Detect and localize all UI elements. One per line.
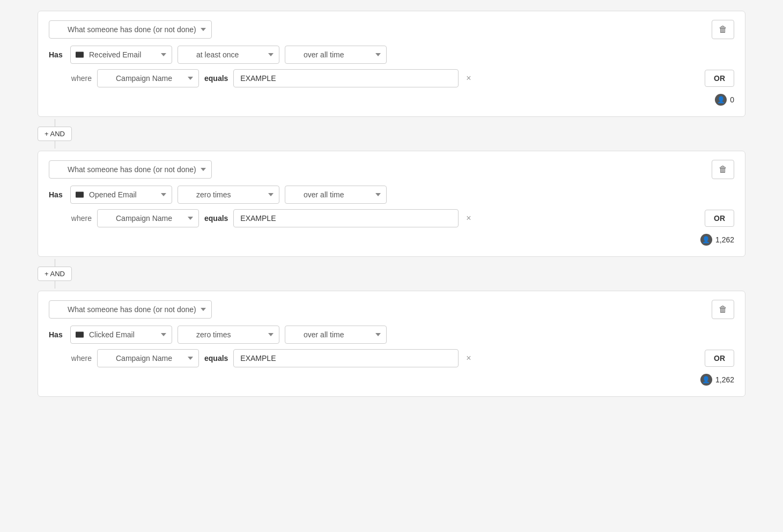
trash-icon-1: 🗑 [719, 25, 727, 34]
frequency-wrapper-3: at least once zero times exactly at leas… [178, 326, 279, 344]
top-dropdown-wrapper-3: What someone has done (or not done) What… [49, 300, 212, 319]
count-value-2: 1,262 [715, 235, 734, 244]
email-type-select-3[interactable]: Received Email Opened Email Clicked Emai… [70, 326, 172, 344]
top-row-1: What someone has done (or not done) What… [49, 20, 734, 39]
and-button-2[interactable]: + AND [38, 267, 72, 281]
timeframe-wrapper-2: over all time in the last between before… [285, 186, 387, 204]
condition-block-1: What someone has done (or not done) What… [38, 11, 745, 117]
property-wrapper-1: Campaign Name Campaign ID Subject Tag [97, 69, 199, 87]
connector-line-1b [55, 141, 55, 149]
user-icon-2: 👤 [700, 234, 712, 246]
top-dropdown-wrapper-1: What someone has done (or not done) What… [49, 20, 212, 39]
top-dropdown-1[interactable]: What someone has done (or not done) What… [49, 20, 212, 39]
and-button-1[interactable]: + AND [38, 127, 72, 141]
property-select-3[interactable]: Campaign Name Campaign ID Subject Tag [97, 349, 199, 367]
count-value-3: 1,262 [715, 375, 734, 384]
clear-value-3-button[interactable]: × [464, 353, 473, 363]
count-value-1: 0 [730, 95, 734, 104]
equals-label-3: equals [204, 354, 228, 363]
timeframe-select-2[interactable]: over all time in the last between before… [285, 186, 387, 204]
where-label-3: where [70, 354, 92, 363]
and-connector-2: + AND [38, 259, 745, 289]
property-wrapper-3: Campaign Name Campaign ID Subject Tag [97, 349, 199, 367]
property-select-1[interactable]: Campaign Name Campaign ID Subject Tag [97, 69, 199, 87]
has-label-2: Has [49, 190, 65, 199]
frequency-select-2[interactable]: at least once zero times exactly at leas… [178, 186, 279, 204]
top-dropdown-wrapper-2: What someone has done (or not done) What… [49, 160, 212, 179]
has-row-1: Has Received Email Opened Email Clicked … [49, 46, 734, 64]
frequency-select-1[interactable]: at least once zero times exactly at leas… [178, 46, 279, 64]
or-button-3[interactable]: OR [705, 350, 734, 367]
delete-block-3-button[interactable]: 🗑 [712, 300, 734, 319]
condition-block-3: What someone has done (or not done) What… [38, 291, 745, 397]
condition-block-2: What someone has done (or not done) What… [38, 151, 745, 257]
property-wrapper-2: Campaign Name Campaign ID Subject Tag [97, 209, 199, 227]
top-dropdown-2[interactable]: What someone has done (or not done) What… [49, 160, 212, 179]
value-wrapper-2: × [233, 209, 699, 227]
frequency-select-3[interactable]: at least once zero times exactly at leas… [178, 326, 279, 344]
email-type-wrapper-3: Received Email Opened Email Clicked Emai… [70, 326, 172, 344]
email-type-wrapper-1: Received Email Opened Email Clicked Emai… [70, 46, 172, 64]
user-icon-3: 👤 [700, 374, 712, 386]
user-icon-1: 👤 [715, 94, 727, 106]
frequency-wrapper-1: at least once zero times exactly at leas… [178, 46, 279, 64]
trash-icon-3: 🗑 [719, 305, 727, 314]
has-label-1: Has [49, 50, 65, 59]
value-input-2[interactable] [233, 209, 459, 227]
timeframe-wrapper-3: over all time in the last between before… [285, 326, 387, 344]
clear-value-1-button[interactable]: × [464, 73, 473, 83]
equals-label-2: equals [204, 214, 228, 223]
email-type-select-1[interactable]: Received Email Opened Email Clicked Emai… [70, 46, 172, 64]
timeframe-select-1[interactable]: over all time in the last between before… [285, 46, 387, 64]
page-wrapper: What someone has done (or not done) What… [38, 11, 745, 397]
delete-block-1-button[interactable]: 🗑 [712, 20, 734, 39]
where-row-3: where Campaign Name Campaign ID Subject … [49, 349, 734, 367]
value-wrapper-3: × [233, 349, 699, 367]
or-button-1[interactable]: OR [705, 70, 734, 87]
equals-label-1: equals [204, 74, 228, 83]
has-row-3: Has Received Email Opened Email Clicked … [49, 326, 734, 344]
top-row-2: What someone has done (or not done) What… [49, 160, 734, 179]
email-type-wrapper-2: Received Email Opened Email Clicked Emai… [70, 186, 172, 204]
top-dropdown-3[interactable]: What someone has done (or not done) What… [49, 300, 212, 319]
where-row-2: where Campaign Name Campaign ID Subject … [49, 209, 734, 227]
connector-line-2 [55, 259, 55, 267]
and-connector-1: + AND [38, 119, 745, 149]
value-wrapper-1: × [233, 69, 699, 87]
where-label-2: where [70, 214, 92, 223]
where-row-1: where Campaign Name Campaign ID Subject … [49, 69, 734, 87]
value-input-1[interactable] [233, 69, 459, 87]
where-label-1: where [70, 74, 92, 83]
trash-icon-2: 🗑 [719, 165, 727, 174]
count-row-1: 👤 0 [49, 94, 734, 106]
delete-block-2-button[interactable]: 🗑 [712, 160, 734, 179]
connector-line-1 [55, 119, 55, 127]
property-select-2[interactable]: Campaign Name Campaign ID Subject Tag [97, 209, 199, 227]
frequency-wrapper-2: at least once zero times exactly at leas… [178, 186, 279, 204]
timeframe-select-3[interactable]: over all time in the last between before… [285, 326, 387, 344]
has-label-3: Has [49, 330, 65, 339]
value-input-3[interactable] [233, 349, 459, 367]
or-button-2[interactable]: OR [705, 210, 734, 227]
clear-value-2-button[interactable]: × [464, 213, 473, 223]
count-row-3: 👤 1,262 [49, 374, 734, 386]
connector-line-2b [55, 281, 55, 289]
timeframe-wrapper-1: over all time in the last between before… [285, 46, 387, 64]
email-type-select-2[interactable]: Received Email Opened Email Clicked Emai… [70, 186, 172, 204]
count-row-2: 👤 1,262 [49, 234, 734, 246]
has-row-2: Has Received Email Opened Email Clicked … [49, 186, 734, 204]
top-row-3: What someone has done (or not done) What… [49, 300, 734, 319]
